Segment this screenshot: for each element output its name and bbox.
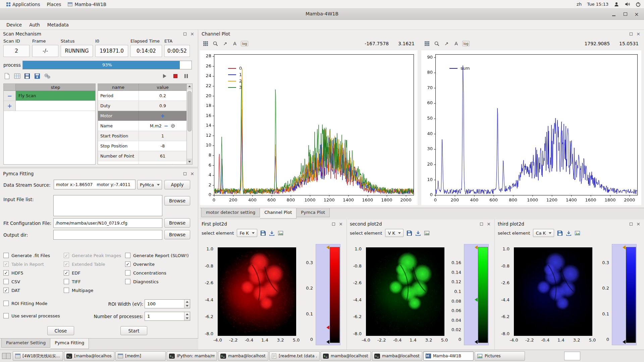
element-combobox[interactable]: Fe K — [237, 229, 257, 237]
checkbox-extended-table[interactable]: ✓Extended Table — [64, 261, 105, 267]
output-dir-input[interactable] — [53, 230, 162, 240]
map-image-canvas[interactable] — [218, 247, 296, 336]
taskbar-item-mamba-4w1b[interactable]: Mamba-4W1B — [423, 351, 474, 361]
roi-width-spinbox[interactable] — [145, 299, 190, 308]
checkbox-box[interactable]: ✓ — [64, 261, 69, 267]
param-table-scrollbar[interactable] — [186, 84, 192, 164]
scroll-up-button[interactable] — [187, 84, 192, 89]
colorbar-marker[interactable] — [475, 298, 478, 302]
spin-up-button[interactable] — [184, 312, 190, 316]
spin-up-button[interactable] — [184, 300, 190, 304]
input-file-list[interactable] — [53, 195, 162, 216]
checkbox-generate-report-slow[interactable]: Generate Report (SLOW!) — [125, 252, 189, 259]
tab-parameter-setting[interactable]: Parameter Setting — [1, 339, 50, 348]
places-menu[interactable]: Places — [44, 1, 64, 8]
copy-image-button[interactable] — [278, 230, 283, 236]
add-motor-button[interactable]: + — [160, 113, 165, 119]
checkbox-box[interactable]: ✓ — [64, 253, 69, 258]
user-status-icon[interactable] — [614, 2, 619, 7]
dock-close-icon[interactable]: × — [190, 171, 195, 176]
step-row[interactable]: + — [4, 101, 95, 111]
step-cell[interactable] — [16, 101, 95, 111]
dock-close-icon[interactable]: × — [190, 31, 195, 37]
save-button[interactable] — [23, 72, 32, 80]
active-app-menu[interactable]: Mamba-4W1B — [65, 1, 109, 8]
colorbar[interactable] — [464, 244, 489, 345]
checkbox-box[interactable] — [64, 288, 69, 293]
applications-menu[interactable]: Applications — [3, 1, 43, 8]
colorbar-marker[interactable] — [475, 340, 478, 344]
window-titlebar[interactable]: Mamba-4W1B × — [0, 9, 644, 20]
zoom-button[interactable] — [212, 40, 219, 47]
menu-auth[interactable]: Auth — [25, 21, 44, 29]
colorbar-marker[interactable] — [326, 340, 329, 344]
motor-settings-button[interactable] — [170, 123, 175, 128]
taskbar-item-ipython-mamba-m[interactable]: IPython: mamba/m... — [167, 351, 217, 361]
checkbox-box[interactable]: ✓ — [3, 270, 9, 276]
taskbar-item-mamba-localhost[interactable]: mamba@localhost:~ — [372, 351, 422, 361]
param-row[interactable]: NameM.m2− — [98, 121, 186, 131]
browse-input-files-button[interactable]: Browse — [164, 196, 190, 205]
menu-metadata[interactable]: Metadata — [44, 21, 72, 29]
expand-button[interactable]: ↗ — [443, 40, 450, 47]
power-icon[interactable] — [636, 2, 641, 7]
dock-close-icon[interactable]: × — [636, 221, 641, 227]
taskbar-item-mamba-localhost[interactable]: mamba@localhost... — [218, 351, 268, 361]
grid-button[interactable] — [423, 40, 431, 47]
checkbox-multipage[interactable]: Multipage — [64, 287, 93, 294]
copy-image-button[interactable] — [575, 230, 580, 236]
export-data-button[interactable] — [415, 230, 421, 236]
remove-step-button[interactable]: − — [4, 91, 16, 101]
checkbox-edf[interactable]: ✓EDF — [64, 269, 80, 276]
save-image-button[interactable] — [407, 230, 412, 236]
checkbox-diagnostics[interactable]: Diagnostics — [125, 278, 158, 285]
step-cell[interactable]: Fly Scan — [16, 91, 95, 101]
checkbox-tiff[interactable]: TIFF — [64, 278, 81, 285]
run-button[interactable] — [160, 72, 169, 80]
param-row[interactable]: Duty0.9 — [98, 101, 186, 111]
tab-pymca-fitting[interactable]: Pymca Fitting — [50, 339, 89, 349]
grid-button[interactable] — [202, 40, 209, 47]
spin-down-button[interactable] — [184, 304, 190, 308]
checkbox-box[interactable]: ✓ — [3, 288, 9, 293]
tab-channel-plot[interactable]: Channel Plot — [260, 208, 297, 219]
export-data-button[interactable] — [269, 230, 275, 236]
autoscale-button[interactable]: A — [231, 40, 238, 47]
map-image-canvas[interactable] — [514, 247, 592, 336]
spin-down-button[interactable] — [184, 316, 190, 321]
new-scan-button[interactable] — [3, 72, 11, 80]
fit-config-input[interactable] — [53, 218, 162, 228]
taskbar-item-mamba-localhost[interactable]: mamba@localhost:~ — [321, 351, 371, 361]
taskbar-item-medm[interactable]: [medm] — [115, 351, 166, 361]
dock-float-icon[interactable] — [331, 221, 336, 227]
tab-motor-detector-setting[interactable]: motor detector setting — [201, 208, 260, 217]
step-row[interactable]: −Fly Scan — [4, 91, 95, 101]
colorbar-marker[interactable] — [326, 245, 329, 249]
engine-combobox[interactable]: PyMca — [137, 180, 162, 189]
taskbar-item-readme-txt-data[interactable]: [readme.txt (data ... — [269, 351, 320, 361]
checkbox-box[interactable]: ✓ — [64, 270, 69, 276]
checkbox-box[interactable] — [125, 279, 130, 284]
copy-image-button[interactable] — [424, 230, 430, 236]
checkbox-box[interactable] — [3, 253, 9, 258]
zoom-button[interactable] — [433, 40, 440, 47]
checkbox-generate-fit-files[interactable]: Generate .fit Files — [3, 252, 50, 259]
dock-close-icon[interactable]: × — [486, 221, 491, 227]
dock-float-icon[interactable] — [628, 31, 634, 37]
sum-plot-canvas[interactable] — [421, 50, 641, 205]
map-image-canvas[interactable] — [366, 247, 444, 336]
taskbar-widget[interactable] — [564, 352, 580, 360]
remove-motor-button[interactable]: − — [164, 163, 168, 165]
colorbar-marker[interactable] — [623, 340, 626, 344]
minimize-button[interactable] — [609, 10, 619, 18]
save-image-button[interactable] — [260, 230, 266, 236]
browse-output-dir-button[interactable]: Browse — [164, 230, 190, 239]
dock-float-icon[interactable] — [182, 171, 187, 176]
param-row[interactable]: NameM.m1− — [98, 161, 186, 164]
checkbox-hdf5[interactable]: ✓HDF5 — [3, 269, 23, 276]
colorbar-marker[interactable] — [623, 245, 626, 249]
roi-width-input[interactable] — [145, 300, 184, 308]
dock-float-icon[interactable] — [628, 221, 634, 227]
tab-pymca-plot[interactable]: Pymca Plot — [297, 208, 330, 217]
remove-motor-button[interactable]: − — [164, 123, 168, 129]
